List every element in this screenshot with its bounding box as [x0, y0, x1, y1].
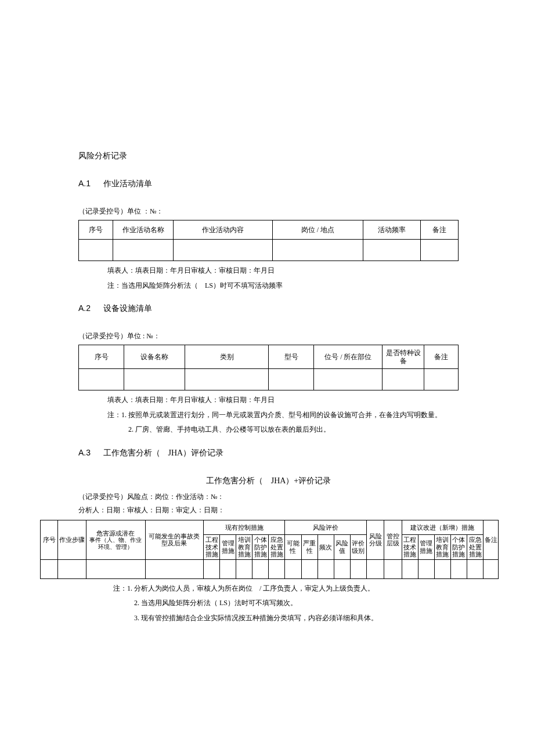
a2-table: 序号 设备名称 类别 型号 位号 / 所在部位 是否特种设备 备注: [78, 345, 459, 390]
a1-footer2: 注：当选用风险矩阵分析法（ LS）时可不填写活动频率: [107, 280, 459, 292]
a2-header-row: 序号 设备名称 类别 型号 位号 / 所在部位 是否特种设备 备注: [79, 345, 459, 369]
a3-h-remark: 备注: [484, 520, 499, 559]
a3-center-title: 工作危害分析（ JHA）+评价记录: [78, 476, 459, 486]
a3-h-eng: 工程技术措施: [203, 534, 219, 559]
a1-footer1: 填表人：填表日期：年月日审核人：审核日期：年月日: [107, 265, 459, 277]
a3-header-row1: 序号 作业步骤 危害源或潜在 事件（人、物、作业环境、管理） 可能发生的事故类型…: [41, 520, 499, 534]
document-page: 风险分析记录 A.1 作业活动清单 （记录受控号）单位 ：№： 序号 作业活动名…: [0, 0, 534, 689]
a3-h-hazard: 危害源或潜在 事件（人、物、作业环境、管理）: [86, 520, 145, 559]
a1-table: 序号 作业活动名称 作业活动内容 岗位 / 地点 活动频率 备注: [78, 220, 459, 261]
a2-h-loc: 位号 / 所在部位: [314, 345, 383, 369]
a3-h-s-emerg: 应急处置措施: [467, 534, 483, 559]
main-title: 风险分析记录: [78, 151, 459, 161]
a2-h-remark: 备注: [424, 345, 459, 369]
a2-heading: A.2 设备设施清单: [78, 303, 459, 314]
a3-h-evallvl: 评价级别: [350, 534, 366, 559]
a1-num: A.1: [78, 179, 91, 188]
a3-note1: 注：1. 分析人为岗位人员，审核人为所在岗位 / 工序负责人，审定人为上级负责人…: [113, 583, 459, 595]
a3-note2: 2. 当选用风险矩阵分析法（ LS）法时可不填写频次。: [113, 597, 459, 610]
a3-data-row: [41, 559, 499, 578]
a3-num: A.3: [78, 448, 91, 457]
a3-h-poss: 可能性: [285, 534, 301, 559]
a1-notes: 填表人：填表日期：年月日审核人：审核日期：年月日 注：当选用风险矩阵分析法（ L…: [78, 265, 459, 292]
a3-h-train: 培训教育措施: [236, 534, 252, 559]
a1-record-line: （记录受控号）单位 ：№：: [78, 207, 459, 216]
a3-h-s-train: 培训教育措施: [434, 534, 450, 559]
a2-h-model: 型号: [268, 345, 313, 369]
a3-notes: 注：1. 分析人为岗位人员，审核人为所在岗位 / 工序负责人，审定人为上级负责人…: [78, 583, 459, 625]
a3-h-sev: 严重性: [301, 534, 317, 559]
a3-h-eval: 风险评价: [285, 520, 366, 534]
a3-analyst-line: 分析人：日期：审核人：日期：审定人：日期：: [78, 505, 459, 515]
a3-h-emerg: 应急处置措施: [269, 534, 285, 559]
a1-h-remark: 备注: [420, 220, 458, 240]
a2-h-seq: 序号: [79, 345, 124, 369]
a3-h-accident: 可能发生的事故类型及后果: [145, 520, 203, 559]
a3-h-risklvl: 风险分级: [366, 520, 384, 559]
a3-text: 工作危害分析（ JHA）评价记录: [103, 448, 224, 457]
a1-text: 作业活动清单: [103, 179, 152, 188]
a3-h-s-ppe: 个体防护措施: [450, 534, 467, 559]
a1-h-seq: 序号: [79, 220, 113, 240]
a3-h-ctrllvl: 管控层级: [384, 520, 402, 559]
a2-num: A.2: [78, 303, 91, 313]
a3-h-existing: 现有控制措施: [203, 520, 284, 534]
a3-record-line: （记录受控号）风险点：岗位：作业活动：№：: [78, 492, 459, 502]
a1-h-freq: 活动频率: [363, 220, 420, 240]
a1-h-post: 岗位 / 地点: [272, 220, 363, 240]
a1-heading: A.1 作业活动清单: [78, 179, 459, 189]
a2-record-line: （记录受控号）单位 : №：: [78, 331, 459, 341]
a3-h-ppe: 个体防护措施: [252, 534, 269, 559]
a1-header-row: 序号 作业活动名称 作业活动内容 岗位 / 地点 活动频率 备注: [79, 220, 459, 240]
a3-heading: A.3 工作危害分析（ JHA）评价记录: [78, 448, 459, 458]
a2-notes: 填表人：填表日期：年月日审核人：审核日期：年月日 注：1. 按照单元或装置进行划…: [78, 394, 459, 436]
a3-h-seq: 序号: [41, 520, 58, 559]
a1-h-content: 作业活动内容: [174, 220, 272, 240]
a3-h-freq: 频次: [317, 534, 334, 559]
a3-note3: 3. 现有管控措施结合企业实际情况按五种措施分类填写，内容必须详细和具体。: [113, 612, 459, 625]
a2-data-row: [79, 369, 459, 390]
a1-h-name: 作业活动名称: [113, 220, 174, 240]
a3-h-riskval: 风险值: [334, 534, 350, 559]
a3-table: 序号 作业步骤 危害源或潜在 事件（人、物、作业环境、管理） 可能发生的事故类型…: [40, 520, 499, 579]
a2-text: 设备设施清单: [103, 304, 152, 313]
a2-h-type: 类别: [185, 345, 269, 369]
a3-h-mgmt: 管理措施: [220, 534, 236, 559]
a2-h-special: 是否特种设备: [383, 345, 424, 369]
a1-data-row: [79, 240, 459, 261]
a3-h-step: 作业步骤: [58, 520, 86, 559]
a3-h-s-eng: 工程技术措施: [402, 534, 418, 559]
a2-note2: 2. 厂房、管廊、手持电动工具、办公楼等可以放在表的最后列出。: [107, 424, 459, 436]
a3-h-suggest: 建议改进（新增）措施: [402, 520, 483, 534]
a3-h-s-mgmt: 管理措施: [418, 534, 434, 559]
a2-note1: 注：1. 按照单元或装置进行划分，同一单元或装置内介质、型号相同的设备设施可合并…: [107, 409, 459, 422]
a2-h-name: 设备名称: [124, 345, 185, 369]
a2-footer1: 填表人：填表日期：年月日审核人：审核日期：年月日: [107, 394, 459, 407]
